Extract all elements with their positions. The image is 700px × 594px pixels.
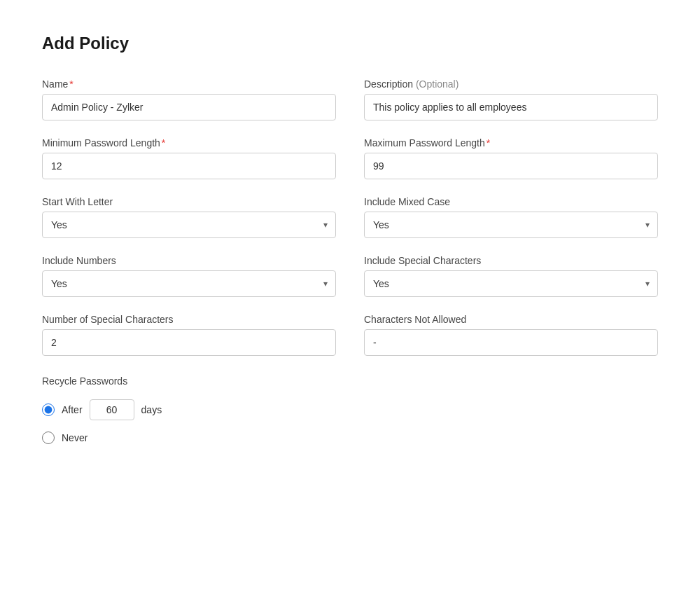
include-numbers-wrapper: Yes No ▾: [42, 270, 336, 297]
include-mixed-case-group: Include Mixed Case Yes No ▾: [364, 196, 658, 238]
include-mixed-case-select[interactable]: Yes No: [364, 212, 658, 238]
days-input[interactable]: [90, 399, 134, 420]
description-optional: (Optional): [416, 78, 458, 90]
page-container: Add Policy Name* Description (Optional) …: [0, 0, 700, 594]
include-numbers-select[interactable]: Yes No: [42, 270, 336, 297]
never-radio-option: Never: [42, 431, 658, 444]
min-password-group: Minimum Password Length*: [42, 137, 336, 179]
never-radio-label[interactable]: Never: [62, 432, 88, 443]
num-special-chars-input[interactable]: [42, 329, 336, 356]
start-with-letter-group: Start With Letter Yes No ▾: [42, 196, 336, 238]
min-password-label: Minimum Password Length*: [42, 137, 336, 148]
start-with-letter-wrapper: Yes No ▾: [42, 212, 336, 238]
include-special-chars-select[interactable]: Yes No: [364, 270, 658, 297]
max-required-star: *: [486, 137, 490, 148]
recycle-passwords-label: Recycle Passwords: [42, 375, 658, 387]
include-special-chars-wrapper: Yes No ▾: [364, 270, 658, 297]
include-mixed-case-label: Include Mixed Case: [364, 196, 658, 207]
never-radio[interactable]: [42, 431, 55, 444]
num-special-chars-group: Number of Special Characters: [42, 314, 336, 356]
start-with-letter-label: Start With Letter: [42, 196, 336, 207]
page-title: Add Policy: [42, 34, 658, 53]
min-required-star: *: [162, 137, 165, 148]
max-password-group: Maximum Password Length*: [364, 137, 658, 179]
chars-not-allowed-group: Characters Not Allowed: [364, 314, 658, 356]
chars-not-allowed-input[interactable]: [364, 329, 658, 356]
after-radio[interactable]: [42, 403, 55, 416]
after-radio-label[interactable]: After: [62, 404, 83, 415]
name-input[interactable]: [42, 94, 336, 120]
recycle-passwords-group: Recycle Passwords After days Never: [42, 375, 658, 451]
include-numbers-label: Include Numbers: [42, 255, 336, 266]
description-input[interactable]: [364, 94, 658, 120]
description-group: Description (Optional): [364, 78, 658, 120]
name-group: Name*: [42, 78, 336, 120]
name-label: Name*: [42, 78, 336, 90]
include-special-chars-label: Include Special Characters: [364, 255, 658, 266]
include-numbers-group: Include Numbers Yes No ▾: [42, 255, 336, 297]
include-special-chars-group: Include Special Characters Yes No ▾: [364, 255, 658, 297]
num-special-chars-label: Number of Special Characters: [42, 314, 336, 325]
form-grid: Name* Description (Optional) Minimum Pas…: [42, 78, 658, 451]
days-label: days: [141, 404, 162, 415]
max-password-label: Maximum Password Length*: [364, 137, 658, 148]
max-password-input[interactable]: [364, 153, 658, 179]
min-password-input[interactable]: [42, 153, 336, 179]
after-radio-option: After days: [42, 399, 658, 420]
name-required-star: *: [69, 78, 73, 90]
chars-not-allowed-label: Characters Not Allowed: [364, 314, 658, 325]
start-with-letter-select[interactable]: Yes No: [42, 212, 336, 238]
description-label: Description (Optional): [364, 78, 658, 90]
include-mixed-case-wrapper: Yes No ▾: [364, 212, 658, 238]
